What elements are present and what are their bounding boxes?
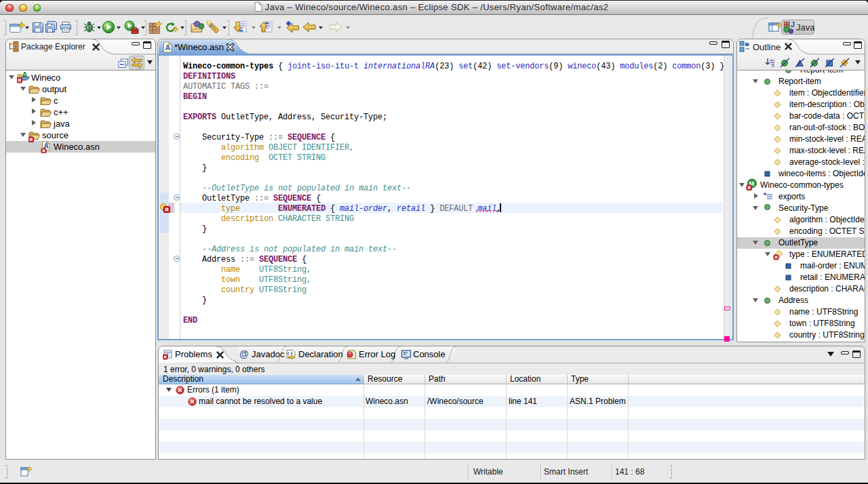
svg-text:J: J [791, 21, 795, 28]
svg-text:A: A [22, 70, 28, 79]
svg-text:A: A [165, 43, 171, 52]
